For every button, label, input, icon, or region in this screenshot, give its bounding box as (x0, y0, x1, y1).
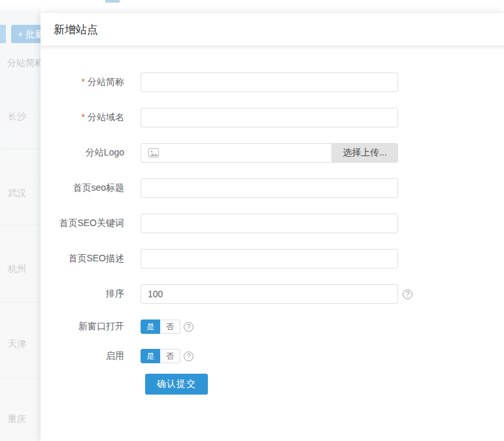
background-table: + 批量 分站简称 长沙 武汉 杭州 天津 重庆 (0, 0, 41, 441)
field-label: 启用 (41, 350, 124, 362)
field-label-text: 新窗口打开 (78, 321, 124, 331)
seo-description-input[interactable] (141, 249, 398, 269)
sort-order-input[interactable] (141, 284, 398, 304)
help-icon[interactable]: ? (184, 322, 193, 332)
add-site-drawer: 新增站点 *分站简称 *分站域名 分站Logo (41, 13, 504, 441)
toggle-option-yes[interactable]: 是 (141, 319, 160, 334)
submit-row: 确认提交 (41, 374, 504, 395)
button-fragment (0, 25, 6, 43)
row-divider (0, 378, 41, 379)
seo-title-input[interactable] (141, 178, 398, 198)
drawer-title: 新增站点 (54, 22, 98, 37)
site-domain-input[interactable] (141, 108, 398, 127)
form-row-site-logo: 分站Logo 选择上传... (41, 143, 504, 163)
site-short-name-input[interactable] (141, 73, 398, 92)
seo-keywords-input[interactable] (141, 214, 398, 233)
toggle-option-no[interactable]: 否 (160, 349, 180, 363)
field-label: 排序 (41, 288, 124, 300)
field-label-text: 分站Logo (86, 147, 124, 157)
drawer-header: 新增站点 (41, 13, 504, 46)
help-icon[interactable]: ? (403, 289, 412, 299)
table-row: 武汉 (8, 188, 26, 199)
enabled-toggle: 是 否 (141, 349, 180, 363)
form-row-seo-keywords: 首页SEO关键词 (41, 214, 504, 233)
field-label-text: 排序 (106, 288, 124, 299)
field-label-text: 分站域名 (88, 112, 124, 122)
table-row: 重庆 (8, 414, 26, 425)
top-tab-fragment (105, 0, 120, 3)
form-row-sort-order: 排序 ? (41, 284, 504, 304)
form-row-site-short-name: *分站简称 (41, 73, 504, 92)
field-label: 首页SEO关键词 (41, 218, 124, 229)
form-row-seo-description: 首页SEO描述 (41, 249, 504, 269)
add-site-form: *分站简称 *分站域名 分站Logo 选择上传... (41, 50, 504, 395)
field-label-text: 首页SEO描述 (68, 253, 124, 263)
form-row-open-new-window: 新窗口打开 是 否 ? (41, 319, 504, 334)
required-asterisk: * (82, 76, 85, 87)
field-label-text: 首页seo标题 (73, 182, 124, 193)
field-label: 首页SEO描述 (41, 253, 124, 265)
field-label: *分站域名 (41, 112, 124, 123)
image-icon (148, 148, 159, 157)
help-icon[interactable]: ? (184, 351, 193, 361)
table-row: 长沙 (8, 111, 26, 123)
choose-upload-button[interactable]: 选择上传... (331, 144, 397, 162)
field-label-text: 首页SEO关键词 (59, 218, 124, 228)
form-row-seo-title: 首页seo标题 (41, 178, 504, 198)
field-label: 分站Logo (41, 147, 124, 159)
field-label-text: 启用 (106, 350, 124, 361)
field-label: *分站简称 (41, 76, 124, 88)
logo-upload-box: 选择上传... (141, 143, 398, 163)
field-label: 首页seo标题 (41, 182, 124, 194)
row-divider (0, 302, 41, 302)
required-asterisk: * (82, 112, 85, 122)
open-new-window-toggle: 是 否 (141, 319, 180, 334)
form-row-site-domain: *分站域名 (41, 108, 504, 127)
form-row-enabled: 启用 是 否 ? (41, 349, 504, 363)
field-label-text: 分站简称 (88, 76, 124, 87)
toggle-option-yes[interactable]: 是 (141, 349, 160, 363)
row-divider (0, 225, 41, 225)
table-row: 天津 (8, 338, 26, 350)
field-label: 新窗口打开 (41, 321, 124, 333)
row-divider (0, 148, 41, 149)
table-row: 杭州 (8, 263, 26, 275)
table-header-site-name: 分站简称 (7, 57, 41, 69)
confirm-submit-button[interactable]: 确认提交 (145, 374, 208, 395)
toggle-option-no[interactable]: 否 (160, 319, 180, 334)
batch-add-button: + 批量 (11, 25, 41, 43)
